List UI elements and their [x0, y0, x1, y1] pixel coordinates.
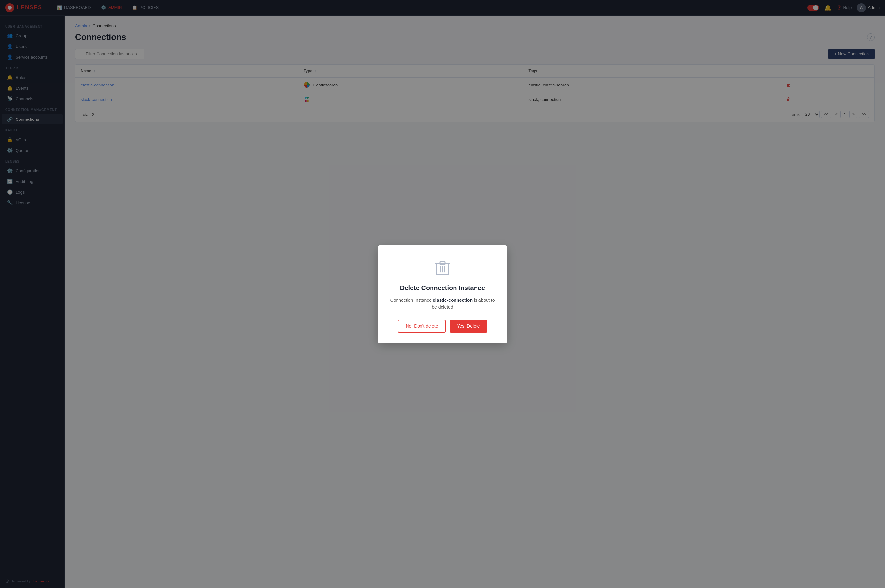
confirm-delete-button[interactable]: Yes, Delete [449, 320, 487, 333]
main-content: Admin › Connections Connections ? 🔍 + Ne… [65, 15, 885, 588]
modal-actions: No, Don't delete Yes, Delete [398, 320, 487, 333]
modal-description: Connection Instance elastic-connection i… [388, 297, 497, 310]
modal-trash-icon [433, 258, 452, 278]
modal-backdrop[interactable]: Delete Connection Instance Connection In… [65, 15, 885, 588]
cancel-delete-button[interactable]: No, Don't delete [398, 320, 446, 333]
delete-confirmation-modal: Delete Connection Instance Connection In… [378, 245, 507, 343]
modal-title: Delete Connection Instance [400, 284, 485, 292]
modal-connection-name: elastic-connection [433, 297, 473, 303]
